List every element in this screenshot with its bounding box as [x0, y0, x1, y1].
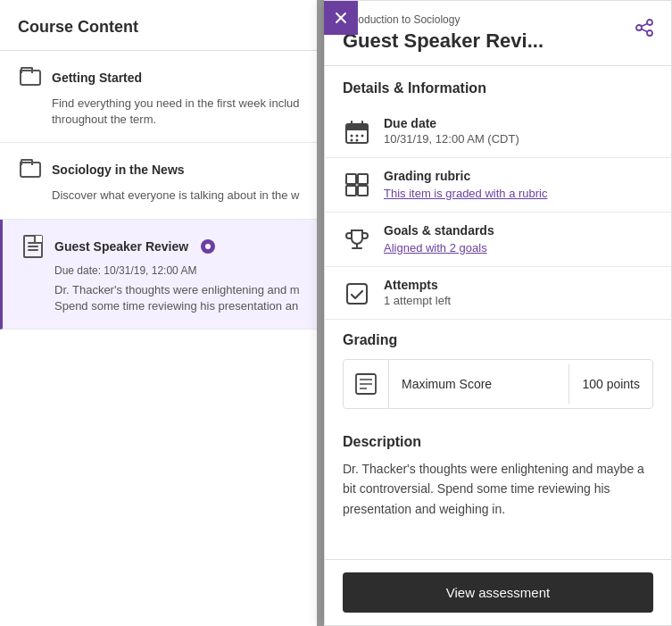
- grading-rubric-row: Grading rubric This item is graded with …: [325, 158, 671, 213]
- calendar-icon: [343, 118, 371, 146]
- due-date-row: Due date 10/31/19, 12:00 AM (CDT): [325, 105, 671, 158]
- svg-point-12: [351, 139, 353, 142]
- share-icon[interactable]: [632, 15, 657, 40]
- details-section-title: Details & Information: [325, 66, 671, 105]
- view-assessment-button[interactable]: View assessment: [343, 572, 653, 613]
- svg-line-3: [642, 24, 647, 27]
- close-button[interactable]: [324, 1, 358, 35]
- svg-rect-17: [358, 186, 368, 196]
- grading-section: Grading Maximum Score 100 points: [325, 320, 671, 422]
- svg-rect-15: [358, 174, 368, 184]
- item-description: Find everything you need in the first we…: [52, 96, 307, 128]
- grading-title: Grading: [343, 332, 653, 348]
- attempts-content: Attempts 1 attempt left: [384, 278, 653, 307]
- item-description: Discover what everyone is talking about …: [52, 188, 307, 204]
- svg-point-13: [356, 139, 359, 142]
- item-subtitle: Due date: 10/31/19, 12:00 AM: [54, 264, 307, 277]
- panel-footer: View assessment: [325, 559, 671, 625]
- svg-point-1: [636, 25, 642, 30]
- svg-point-2: [647, 30, 652, 36]
- description-text: Dr. Thacker's thoughts were enlightening…: [343, 459, 653, 519]
- grading-rubric-label: Grading rubric: [384, 169, 653, 183]
- document-icon: [21, 234, 46, 259]
- detail-panel: Introduction to Sociology Guest Speaker …: [324, 0, 672, 626]
- grading-rubric-content: Grading rubric This item is graded with …: [384, 169, 653, 201]
- item-title: Guest Speaker Review: [54, 239, 188, 254]
- due-date-label: Due date: [384, 116, 653, 130]
- goals-label: Goals & standards: [384, 223, 653, 238]
- panel-header: Introduction to Sociology Guest Speaker …: [325, 1, 671, 66]
- trophy-icon: [343, 225, 371, 254]
- svg-point-9: [351, 135, 353, 138]
- list-item[interactable]: Sociology in the News Discover what ever…: [0, 143, 325, 219]
- attempts-icon: [343, 280, 371, 308]
- goals-row: Goals & standards Aligned with 2 goals: [325, 213, 671, 267]
- item-title: Sociology in the News: [52, 163, 185, 177]
- item-title: Getting Started: [52, 71, 142, 85]
- svg-point-0: [647, 20, 652, 25]
- description-section: Description Dr. Thacker's thoughts were …: [325, 422, 671, 531]
- attempts-value: 1 attempt left: [384, 294, 653, 307]
- folder-icon: [18, 65, 43, 90]
- goals-content: Goals & standards Aligned with 2 goals: [384, 223, 653, 255]
- grading-max-score-label: Maximum Score: [389, 364, 568, 404]
- goals-link[interactable]: Aligned with 2 goals: [384, 241, 487, 255]
- list-item[interactable]: Guest Speaker Review Due date: 10/31/19,…: [0, 220, 325, 330]
- svg-point-11: [361, 135, 364, 138]
- course-content-panel: Course Content Getting Started Find ever…: [0, 0, 326, 626]
- attempts-row: Attempts 1 attempt left: [325, 267, 671, 320]
- purple-badge: [201, 239, 215, 254]
- grading-row: Maximum Score 100 points: [343, 359, 653, 409]
- svg-rect-16: [346, 186, 356, 196]
- breadcrumb: Introduction to Sociology: [343, 13, 653, 26]
- svg-point-10: [356, 135, 359, 138]
- grading-rubric-link[interactable]: This item is graded with a rubric: [384, 187, 548, 200]
- due-date-value: 10/31/19, 12:00 AM (CDT): [384, 132, 653, 146]
- rubric-icon: [343, 171, 371, 199]
- attempts-label: Attempts: [384, 278, 653, 292]
- course-content-title: Course Content: [18, 18, 307, 37]
- due-date-content: Due date 10/31/19, 12:00 AM (CDT): [384, 116, 653, 146]
- course-content-header: Course Content: [0, 0, 325, 51]
- description-title: Description: [343, 434, 653, 450]
- svg-rect-20: [347, 284, 367, 304]
- item-description: Dr. Thacker's thoughts were enlightening…: [54, 282, 307, 314]
- svg-rect-14: [346, 174, 356, 184]
- svg-rect-6: [346, 124, 368, 130]
- grading-icon-cell: [344, 360, 389, 408]
- list-item[interactable]: Getting Started Find everything you need…: [0, 51, 325, 143]
- svg-line-4: [642, 29, 647, 32]
- panel-body: Details & Information Due date 10/3: [325, 66, 671, 559]
- grading-max-score-value: 100 points: [568, 364, 652, 404]
- panel-title: Guest Speaker Revi...: [343, 29, 653, 53]
- folder-icon: [18, 157, 43, 182]
